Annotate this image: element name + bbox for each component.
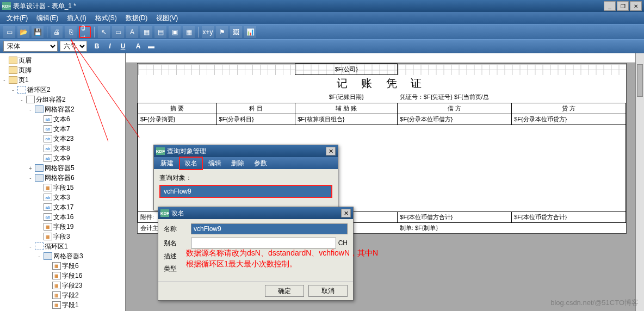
grid-icon[interactable]: ▦ [140,26,152,38]
ok-button[interactable]: 确定 [265,285,304,297]
rename-dialog[interactable]: KDF 改名 ✕ 名称 别名 CH 描述 类型 [158,207,354,301]
print-icon[interactable]: 🖨 [51,26,63,38]
dialog1-close[interactable]: ✕ [326,147,336,156]
tree-item[interactable]: -分组容器2 [1,95,124,104]
new-icon[interactable]: ▭ [3,26,15,38]
maximize-button[interactable]: ❐ [617,1,629,11]
menu-data[interactable]: 数据(D) [122,13,151,24]
cell-summary: $F{分录摘要} [138,114,217,125]
dlg1-rename[interactable]: 改名 [179,157,203,170]
bold-button[interactable]: B [91,41,102,52]
tree-toggle[interactable]: - [36,253,42,259]
size-select[interactable]: 六号 [60,41,87,52]
dialog-icon: KDF [156,147,165,155]
fontcolor-button[interactable]: A [133,41,144,52]
loop-icon [17,86,26,94]
pointer-icon[interactable]: ↖ [98,26,110,38]
menu-file[interactable]: 文件(F) [3,13,31,24]
dlg1-param[interactable]: 参数 [250,158,271,169]
dlg1-new[interactable]: 新建 [156,158,178,169]
tree-item[interactable]: -页1 [1,75,124,85]
tree-item[interactable]: ▦字段3 [1,232,124,241]
loop-icon [35,242,44,250]
tree-item[interactable]: ab文本23 [1,134,124,144]
open-icon[interactable]: 📂 [17,26,29,38]
dlg1-delete[interactable]: 删除 [227,158,249,169]
fontbar: 宋体 六号 B I U A ▬ [0,39,644,53]
menu-format[interactable]: 格式(S) [92,13,120,24]
tree-item[interactable]: +网格容器5 [1,163,124,173]
menu-edit[interactable]: 编辑(E) [33,13,61,24]
tree-item[interactable]: ▦字段15 [1,183,124,192]
tree-toggle[interactable]: - [10,87,16,93]
underline-button[interactable]: U [117,41,128,52]
datasource-icon[interactable]: 🛢→ [79,26,91,38]
tree-item[interactable]: ab文本16 [1,212,124,222]
tree-toggle[interactable]: - [18,97,25,103]
tree-item[interactable]: ab文本17 [1,202,124,212]
font-select[interactable]: 宋体 [3,41,58,52]
chart-icon[interactable]: 📊 [244,26,256,38]
copy-icon[interactable]: ⎘ [65,26,77,38]
query-object-dialog[interactable]: KDF 查询对象管理 ✕ 新建 改名 编辑 删除 参数 查询对象： vchFlo… [153,145,338,210]
tree-item[interactable]: ab文本3 [1,192,124,202]
tree-label: 网格容器6 [45,173,75,183]
menu-insert[interactable]: 插入(I) [64,13,89,24]
tree-label: 页眉 [18,56,32,65]
tree-item[interactable]: ab文本6 [1,114,124,124]
cancel-button[interactable]: 取消 [308,285,348,297]
bgcolor-button[interactable]: ▬ [146,41,157,52]
close-button[interactable]: ✕ [630,1,642,11]
italic-button[interactable]: I [104,41,115,52]
tree-toggle[interactable]: - [1,77,8,83]
field-icon: ▦ [52,272,61,279]
dlg1-edit[interactable]: 编辑 [204,158,226,169]
tree-item[interactable]: ▦字段2 [1,290,124,300]
dialog2-close[interactable]: ✕ [341,209,351,217]
border-icon[interactable]: ▣ [169,26,181,38]
menu-view[interactable]: 视图(V) [153,13,181,24]
tree-toggle[interactable]: - [27,107,34,113]
tree-item[interactable]: ▦字段23 [1,281,124,290]
field-icon[interactable]: ▤ [154,26,166,38]
tree-item[interactable]: ▦字段16 [1,271,124,281]
alias-input[interactable] [191,238,336,248]
tree-item[interactable]: ab文本7 [1,124,124,134]
name-label: 名称 [164,225,191,234]
tree-item[interactable]: -网格容器3 [1,251,124,261]
alias-label: 别名 [164,239,191,248]
query-object-value[interactable]: vchFlow9 [159,185,332,198]
tree-item[interactable]: -网格容器6 [1,173,124,183]
tree-panel[interactable]: 页眉页脚-页1-循环区2-分组容器2-网格容器2ab文本6ab文本7ab文本23… [0,53,126,311]
tree-toggle[interactable]: + [27,165,34,171]
tree-item[interactable]: ▦字段19 [1,222,124,232]
tree-label: 字段15 [53,183,73,192]
tree-toggle[interactable]: - [27,175,34,181]
flag-icon[interactable]: ⚑ [216,26,228,38]
tree-item[interactable]: ab文本9 [1,153,124,163]
tree-toggle[interactable]: - [27,244,34,250]
grid-icon [44,252,52,260]
tree-item[interactable]: 页脚 [1,65,124,75]
save-icon[interactable]: 💾 [32,26,44,38]
tree-item[interactable]: -循环区2 [1,85,124,95]
image-icon[interactable]: 🖼 [230,26,242,38]
formula-icon[interactable]: x+y [202,26,214,38]
tree-item[interactable]: -循环区1 [1,241,124,251]
titlebar: KDF 表单设计器 - 表单_1 * _ ❐ ✕ [0,0,644,12]
text-icon: ab [44,213,52,221]
minimize-button[interactable]: _ [604,1,616,11]
text-icon[interactable]: ▭ [112,26,124,38]
group-icon[interactable]: ▦ [183,26,195,38]
tree-item[interactable]: ab文本8 [1,144,124,153]
label-icon[interactable]: A [126,26,138,38]
canvas[interactable]: $F{公司} 记 账 凭 证 $F{记账日期}凭证号：$F{凭证号} $F{当前… [126,53,644,311]
tree-item[interactable]: ▦字段1 [1,300,124,310]
vertical-scrollbar[interactable] [635,53,644,311]
tree-item[interactable]: 页眉 [1,55,124,65]
tree-item[interactable]: -网格容器2 [1,104,124,114]
tree-item[interactable]: ▦字段6 [1,261,124,271]
tree-label: 文本8 [53,144,70,153]
name-input[interactable] [191,223,348,234]
menubar: 文件(F) 编辑(E) 插入(I) 格式(S) 数据(D) 视图(V) [0,12,644,24]
